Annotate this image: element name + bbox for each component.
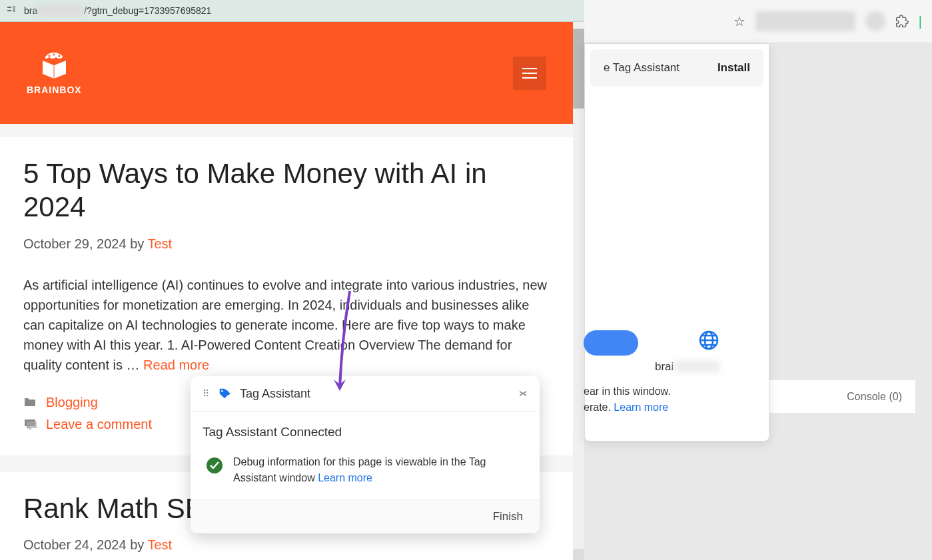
status-message: Debug information for this page is viewa…: [233, 454, 524, 486]
globe-icon: [699, 330, 719, 350]
learn-more-link[interactable]: Learn more: [614, 402, 668, 413]
svg-rect-1: [7, 10, 11, 11]
svg-rect-0: [7, 7, 11, 8]
connection-status: Tag Assistant Connected: [203, 425, 528, 439]
article-title[interactable]: 5 Top Ways to Make Money with AI in 2024: [23, 157, 550, 224]
site-settings-icon[interactable]: [7, 5, 17, 16]
tag-assistant-icon: [217, 386, 232, 401]
comment-icon: [23, 418, 37, 430]
logo-text: BRAINBOX: [27, 85, 82, 95]
domain-text: brai: [655, 360, 720, 374]
learn-more-link[interactable]: Learn more: [318, 472, 372, 483]
svg-point-7: [221, 390, 223, 392]
brainbox-logo-icon: [36, 51, 73, 81]
category-link[interactable]: Blogging: [46, 395, 98, 410]
modal-header: e Tag Assistant Install: [590, 49, 763, 87]
blurred-avatar: [865, 11, 885, 31]
drag-handle-icon[interactable]: ⠿: [203, 388, 209, 399]
comment-link[interactable]: Leave a comment: [46, 417, 152, 432]
author-link[interactable]: Test: [147, 537, 172, 552]
svg-point-2: [13, 7, 15, 9]
browser-toolbar-right: ☆ |: [584, 0, 932, 43]
url-text: bra/?gtm_debug=1733957695821: [24, 5, 211, 16]
read-more-link[interactable]: Read more: [143, 358, 209, 372]
tag-assistant-side-panel: e Tag Assistant Install brai ear in this…: [584, 43, 769, 441]
svg-point-5: [53, 54, 55, 56]
popup-title: Tag Assistant: [240, 387, 510, 401]
extensions-icon[interactable]: [895, 15, 909, 28]
divider-icon: |: [919, 14, 922, 29]
mobile-menu-button[interactable]: [513, 57, 546, 90]
modal-header-text: e Tag Assistant: [604, 61, 680, 75]
svg-point-6: [58, 55, 60, 57]
modal-info-text: ear in this window. erate. Learn more: [584, 384, 671, 416]
article-meta: October 29, 2024 by Test: [23, 236, 550, 252]
browser-address-bar[interactable]: bra/?gtm_debug=1733957695821: [0, 0, 584, 22]
scrollbar-down[interactable]: [573, 549, 584, 560]
blue-pill-button[interactable]: [584, 330, 638, 356]
success-check-icon: [206, 457, 223, 474]
blurred-extension: [755, 11, 855, 31]
article-excerpt: As artificial intelligence (AI) continue…: [23, 275, 550, 375]
folder-icon: [23, 397, 37, 408]
author-link[interactable]: Test: [147, 236, 172, 251]
popup-header: ⠿ Tag Assistant: [191, 376, 540, 412]
finish-button[interactable]: Finish: [493, 510, 523, 523]
console-label: Console (0): [847, 391, 902, 403]
svg-point-3: [13, 10, 15, 12]
scrollbar-thumb[interactable]: [573, 29, 584, 109]
collapse-icon[interactable]: [518, 389, 528, 398]
scrollbar[interactable]: [573, 22, 584, 560]
article-meta: October 24, 2024 by Test: [23, 537, 550, 553]
tag-assistant-popup: ⠿ Tag Assistant Tag Assistant Connected …: [191, 376, 540, 533]
site-logo[interactable]: BRAINBOX: [27, 51, 82, 95]
bookmark-star-icon[interactable]: ☆: [733, 13, 745, 29]
hamburger-icon: [522, 68, 537, 79]
svg-point-4: [48, 55, 50, 57]
site-header: BRAINBOX: [0, 22, 573, 124]
install-button[interactable]: Install: [717, 61, 750, 75]
